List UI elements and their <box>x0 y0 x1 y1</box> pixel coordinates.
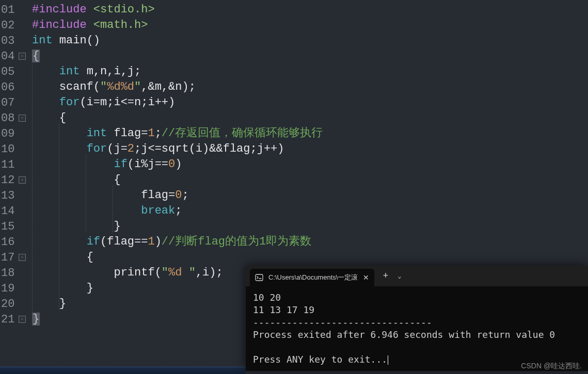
status-bar <box>0 367 246 374</box>
code-line[interactable]: if(i%j==0) <box>32 157 323 172</box>
lineno: 09 <box>1 127 15 140</box>
code-line[interactable]: { <box>32 172 323 188</box>
lineno: 14 <box>1 205 15 218</box>
lineno: 05 <box>1 66 15 78</box>
terminal-icon <box>255 273 263 282</box>
gutter: 01 02 03 04- 05 06 07 08- 09 10 11 12- 1… <box>0 0 28 374</box>
fold-toggle-icon[interactable]: - <box>19 53 26 60</box>
code-line[interactable]: } <box>32 219 323 234</box>
code-line[interactable]: for(i=m;i<=n;i++) <box>32 95 323 110</box>
terminal-prompt: Press ANY key to exit... <box>253 354 387 365</box>
tab-dropdown-icon[interactable]: ⌄ <box>398 272 401 280</box>
terminal-separator: -------------------------------- <box>253 317 432 328</box>
lineno: 04 <box>1 50 15 63</box>
code-line[interactable]: break; <box>32 203 323 219</box>
fold-toggle-icon[interactable]: - <box>19 176 26 184</box>
code-line[interactable]: flag=0; <box>32 188 323 203</box>
lineno: 10 <box>1 143 15 156</box>
code-line[interactable]: int m,n,i,j; <box>32 64 323 79</box>
cursor-icon <box>388 355 388 365</box>
terminal-tab[interactable]: C:\Users\a\Documents\一定滚 ✕ <box>250 269 374 286</box>
lineno: 17 <box>1 251 15 264</box>
terminal-body[interactable]: 10 20 11 13 17 19 ----------------------… <box>246 286 588 371</box>
code-line[interactable]: { <box>32 110 323 126</box>
lineno: 15 <box>1 220 15 233</box>
lineno: 03 <box>1 35 15 47</box>
terminal-exit-message: Process exited after 6.946 seconds with … <box>253 329 555 340</box>
lineno: 11 <box>1 158 15 171</box>
terminal-titlebar[interactable]: C:\Users\a\Documents\一定滚 ✕ + ⌄ <box>246 266 588 286</box>
fold-toggle-icon[interactable]: - <box>19 115 26 122</box>
terminal-input: 10 20 <box>253 292 281 303</box>
terminal-tab-title: C:\Users\a\Documents\一定滚 <box>268 273 358 282</box>
terminal-window[interactable]: C:\Users\a\Documents\一定滚 ✕ + ⌄ 10 20 11 … <box>246 266 588 371</box>
lineno: 08 <box>1 112 15 125</box>
terminal-output: 11 13 17 19 <box>253 304 314 315</box>
lineno: 06 <box>1 81 15 94</box>
code-line[interactable]: scanf("%d%d",&m,&n); <box>32 79 323 95</box>
lineno: 02 <box>1 19 15 32</box>
code-line[interactable]: if(flag==1)//判断flag的值为1即为素数 <box>32 234 323 250</box>
new-tab-button[interactable]: + <box>383 271 388 281</box>
code-line[interactable]: { <box>32 250 323 265</box>
lineno: 20 <box>1 298 15 311</box>
lineno: 13 <box>1 189 15 202</box>
lineno: 21 <box>1 313 15 326</box>
lineno: 18 <box>1 267 15 280</box>
svg-rect-0 <box>256 274 263 281</box>
code-line[interactable]: for(j=2;j<=sqrt(i)&&flag;j++) <box>32 141 323 157</box>
lineno: 16 <box>1 236 15 249</box>
lineno: 07 <box>1 96 15 109</box>
code-line[interactable]: int main() <box>32 33 323 48</box>
code-line[interactable]: { <box>32 48 323 64</box>
code-line[interactable]: int flag=1;//存返回值，确保循环能够执行 <box>32 126 323 141</box>
watermark: CSDN @哇达西哇. <box>521 362 582 371</box>
code-line[interactable]: #include <math.h> <box>32 18 323 33</box>
fold-toggle-icon[interactable]: - <box>19 254 26 261</box>
code-line[interactable]: #include <stdio.h> <box>32 2 323 18</box>
close-tab-icon[interactable]: ✕ <box>363 273 369 282</box>
lineno: 01 <box>1 4 15 17</box>
lineno: 12 <box>1 174 15 187</box>
fold-toggle-icon[interactable]: - <box>19 316 26 323</box>
lineno: 19 <box>1 282 15 295</box>
